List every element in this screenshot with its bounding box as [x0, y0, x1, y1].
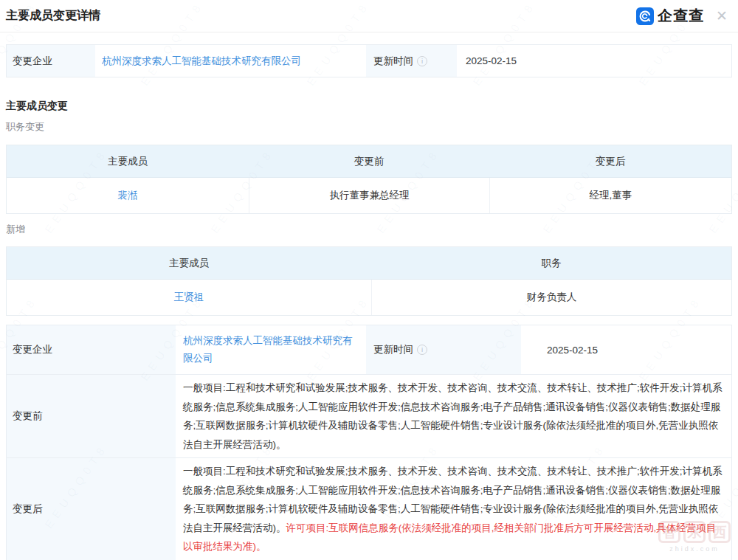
update-time-label: 更新时间 — [373, 55, 413, 68]
after-scope-text: 一般项目:工程和技术研究和试验发展;技术服务、技术开发、技术咨询、技术交流、技术… — [176, 458, 731, 560]
position-change-label: 职务变更 — [6, 120, 732, 134]
after-label: 变更后 — [7, 458, 176, 560]
after-row: 变更后 一般项目:工程和技术研究和试验发展;技术服务、技术开发、技术咨询、技术交… — [7, 458, 731, 560]
update-time-value: 2025-02-15 — [457, 45, 731, 77]
member-cell: 裴湉 — [7, 178, 249, 213]
col-header-member: 主要成员 — [7, 145, 249, 177]
position-change-table: 主要成员 变更前 变更后 裴湉 执行董事兼总经理 经理,董事 — [6, 145, 732, 214]
page-title: 主要成员变更详情 — [6, 8, 100, 24]
col-header-member: 主要成员 — [7, 247, 371, 279]
company-link[interactable]: 杭州深度求索人工智能基础技术研究有限公司 — [183, 332, 359, 367]
company-label: 变更企业 — [7, 45, 95, 77]
close-icon[interactable] — [716, 9, 728, 23]
dialog-body: 变更企业 杭州深度求索人工智能基础技术研究有限公司 更新时间 2025-02-1… — [0, 44, 738, 560]
info-icon[interactable] — [417, 345, 427, 355]
company-cell: 杭州深度求索人工智能基础技术研究有限公司 — [95, 45, 366, 77]
position-cell: 财务负责人 — [371, 280, 731, 315]
company-label: 变更企业 — [7, 325, 176, 374]
update-time-label-cell: 更新时间 — [366, 325, 521, 374]
after-cell: 经理,董事 — [489, 178, 731, 213]
new-member-label: 新增 — [6, 223, 732, 236]
table-header-row: 主要成员 变更前 变更后 — [7, 145, 731, 178]
company-row: 变更企业 杭州深度求索人工智能基础技术研究有限公司 更新时间 2025-02-1… — [7, 325, 731, 375]
update-time-value: 2025-02-15 — [521, 325, 731, 374]
before-label: 变更前 — [7, 375, 176, 457]
table-header-row: 主要成员 职务 — [7, 247, 731, 280]
table-row: 裴湉 执行董事兼总经理 经理,董事 — [7, 178, 731, 213]
change-summary-table: 变更企业 杭州深度求索人工智能基础技术研究有限公司 更新时间 2025-02-1… — [6, 44, 732, 77]
qichacha-logo-icon — [636, 7, 654, 25]
col-header-position: 职务 — [371, 247, 731, 279]
brand-name: 企查查 — [658, 6, 704, 26]
update-time-label-cell: 更新时间 — [366, 45, 457, 77]
section-title: 主要成员变更 — [6, 100, 732, 113]
update-time-label: 更新时间 — [373, 343, 413, 356]
member-cell: 王贤祖 — [7, 280, 371, 315]
member-link[interactable]: 王贤祖 — [174, 291, 204, 304]
before-scope-text: 一般项目:工程和技术研究和试验发展;技术服务、技术开发、技术咨询、技术交流、技术… — [176, 375, 731, 457]
before-cell: 执行董事兼总经理 — [249, 178, 489, 213]
member-link[interactable]: 裴湉 — [117, 189, 137, 202]
new-member-table: 主要成员 职务 王贤祖 财务负责人 — [6, 246, 732, 316]
col-header-before: 变更前 — [249, 145, 489, 177]
info-icon[interactable] — [417, 56, 427, 66]
dialog-header: 主要成员变更详情 企查查 — [0, 0, 738, 32]
business-scope-change-table: 变更企业 杭州深度求索人工智能基础技术研究有限公司 更新时间 2025-02-1… — [6, 325, 732, 560]
company-cell: 杭州深度求索人工智能基础技术研究有限公司 — [176, 325, 366, 374]
qichacha-brand: 企查查 — [636, 6, 728, 26]
before-row: 变更前 一般项目:工程和技术研究和试验发展;技术服务、技术开发、技术咨询、技术交… — [7, 375, 731, 458]
company-link[interactable]: 杭州深度求索人工智能基础技术研究有限公司 — [102, 55, 301, 68]
col-header-after: 变更后 — [489, 145, 731, 177]
table-row: 王贤祖 财务负责人 — [7, 280, 731, 315]
